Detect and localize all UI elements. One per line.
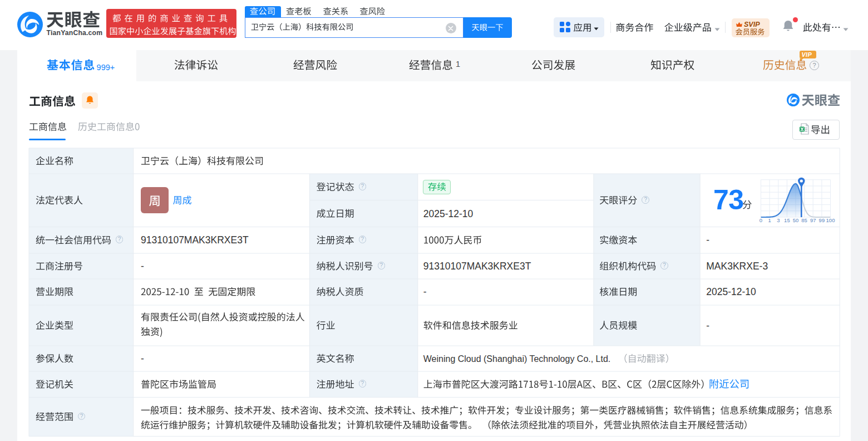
svg-text:0: 0 <box>760 217 762 223</box>
svg-text:1: 1 <box>768 217 771 223</box>
svg-text:85: 85 <box>801 217 807 223</box>
svg-text:50: 50 <box>793 217 799 223</box>
svg-text:97: 97 <box>810 217 816 223</box>
svg-text:100: 100 <box>826 217 835 223</box>
svg-text:3: 3 <box>777 217 780 223</box>
svg-text:15: 15 <box>784 217 790 223</box>
svg-text:99: 99 <box>819 217 825 223</box>
